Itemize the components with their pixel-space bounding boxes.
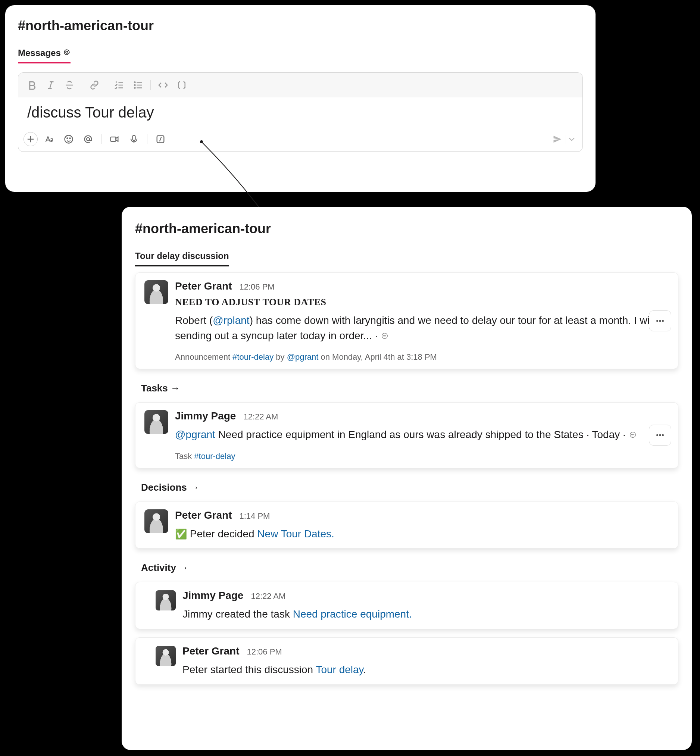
body-text-segment: Jimmy created the task <box>183 608 293 620</box>
codeblock-button[interactable] <box>174 77 189 93</box>
toolbar-separator <box>150 80 151 90</box>
svg-point-28 <box>384 336 385 336</box>
code-button[interactable] <box>155 77 171 93</box>
announcement-card[interactable]: Peter Grant 12:06 PM NEED TO ADJUST TOUR… <box>135 272 678 369</box>
more-actions-button[interactable] <box>649 311 671 331</box>
activity-card[interactable]: Peter Grant 12:06 PM Peter started this … <box>135 637 678 685</box>
meta-text: by <box>273 352 287 362</box>
meta-text: Task <box>175 451 194 461</box>
section-decisions[interactable]: Decisions → <box>141 482 678 493</box>
svg-point-11 <box>134 82 136 83</box>
body-text-segment: Peter decided <box>187 528 257 540</box>
svg-point-18 <box>69 138 70 139</box>
svg-point-31 <box>659 320 661 322</box>
message-input[interactable]: /discuss Tour delay <box>18 97 583 128</box>
bottombar-separator <box>101 134 102 144</box>
body-text-segment: Peter started this discussion <box>183 664 316 675</box>
format-toolbar <box>18 73 583 97</box>
svg-point-16 <box>65 136 73 143</box>
comment-icon <box>629 431 637 439</box>
svg-point-17 <box>67 138 67 139</box>
shortcuts-button[interactable] <box>153 131 168 147</box>
italic-button[interactable] <box>43 77 59 93</box>
meta-text: on Monday, April 4th at 3:18 PM <box>318 352 437 362</box>
section-activity[interactable]: Activity → <box>141 562 678 573</box>
formatting-button[interactable] <box>41 131 57 147</box>
svg-point-32 <box>662 320 664 322</box>
activity-card[interactable]: Jimmy Page 12:22 AM Jimmy created the ta… <box>135 582 678 629</box>
tab-messages[interactable]: Messages <box>18 48 70 63</box>
bold-button[interactable] <box>24 77 40 93</box>
activity-link[interactable]: Need practice equipment. <box>293 608 412 620</box>
svg-point-19 <box>87 138 89 141</box>
author-name: Peter Grant <box>175 509 232 521</box>
avatar <box>144 509 168 533</box>
more-actions-button[interactable] <box>649 425 671 445</box>
ordered-list-button[interactable] <box>112 77 127 93</box>
avatar <box>144 280 168 304</box>
svg-point-27 <box>384 336 384 336</box>
message-time: 1:14 PM <box>239 511 270 521</box>
svg-rect-20 <box>111 137 116 141</box>
activity-link[interactable]: Tour delay <box>316 664 363 675</box>
mention-icon <box>63 48 70 58</box>
task-card[interactable]: Jimmy Page 12:22 AM @pgrant Need practic… <box>135 402 678 468</box>
tag-link[interactable]: #tour-delay <box>194 451 235 461</box>
decision-body: ✅ Peter decided New Tour Dates. <box>175 526 669 542</box>
toolbar-separator <box>82 80 82 90</box>
channel-tabs: Messages <box>18 48 583 63</box>
emoji-button[interactable] <box>61 131 77 147</box>
video-button[interactable] <box>107 131 122 147</box>
announcement-body: Robert (@rplant) has come down with lary… <box>175 313 669 343</box>
mention-link[interactable]: @pgrant <box>175 429 215 440</box>
svg-point-38 <box>659 434 661 436</box>
author-name: Jimmy Page <box>183 590 243 601</box>
decision-link[interactable]: New Tour Dates. <box>257 528 334 540</box>
svg-point-37 <box>656 434 658 436</box>
tab-tour-delay[interactable]: Tour delay discussion <box>135 251 229 266</box>
decision-card[interactable]: Peter Grant 1:14 PM ✅ Peter decided New … <box>135 501 678 549</box>
body-text-segment: Robert ( <box>175 315 212 326</box>
message-time: 12:22 AM <box>251 592 286 601</box>
svg-line-3 <box>50 82 52 88</box>
body-text-segment: Need practice equipment in England as ou… <box>215 429 629 440</box>
mention-button[interactable] <box>80 131 96 147</box>
mention-link[interactable]: @pgrant <box>287 352 319 362</box>
announcement-meta: Announcement #tour-delay by @pgrant on M… <box>175 352 669 362</box>
bottombar-separator <box>147 134 147 144</box>
composer-bottombar <box>18 128 583 152</box>
comment-icon <box>381 332 389 340</box>
avatar <box>156 646 176 666</box>
svg-rect-21 <box>133 136 136 141</box>
meta-text: Announcement <box>175 352 233 362</box>
send-options-button[interactable] <box>566 132 577 146</box>
discussion-panel: #north-american-tour Tour delay discussi… <box>122 207 692 750</box>
message-time: 12:22 AM <box>243 412 278 422</box>
svg-point-30 <box>656 320 658 322</box>
svg-line-23 <box>160 137 162 141</box>
mic-button[interactable] <box>126 131 142 147</box>
send-button[interactable] <box>549 132 566 146</box>
check-icon: ✅ <box>175 528 187 540</box>
tag-link[interactable]: #tour-delay <box>233 352 273 362</box>
svg-point-39 <box>662 434 664 436</box>
strikethrough-button[interactable] <box>62 77 77 93</box>
channel-name: #north-american-tour <box>18 18 583 34</box>
mention-link[interactable]: @rplant <box>212 315 249 326</box>
svg-point-12 <box>134 85 136 86</box>
discussion-tabs: Tour delay discussion <box>135 251 678 266</box>
svg-point-29 <box>386 336 386 336</box>
send-group <box>549 132 577 146</box>
author-name: Jimmy Page <box>175 410 236 422</box>
avatar <box>156 590 176 611</box>
svg-point-0 <box>66 51 68 53</box>
link-button[interactable] <box>87 77 102 93</box>
bullet-list-button[interactable] <box>130 77 146 93</box>
svg-point-36 <box>634 435 634 435</box>
message-time: 12:06 PM <box>239 282 275 292</box>
activity-body: Jimmy created the task Need practice equ… <box>183 607 669 622</box>
section-tasks[interactable]: Tasks → <box>141 383 678 394</box>
svg-point-34 <box>631 435 632 435</box>
task-body: @pgrant Need practice equipment in Engla… <box>175 427 669 442</box>
add-button[interactable] <box>23 132 38 146</box>
